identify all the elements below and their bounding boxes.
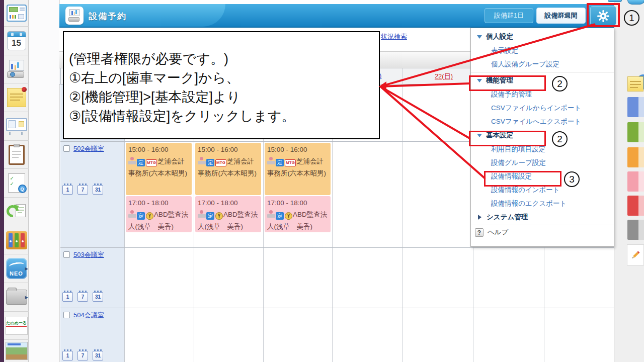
cutoff-toolbar-icon <box>627 0 644 5</box>
sidebar-item-todo-search[interactable]: ✓✓Q <box>4 169 29 198</box>
neo-logo-icon: NEO <box>6 258 27 279</box>
header-tab <box>59 4 225 27</box>
calendar-day-icon[interactable]: 1 <box>62 351 73 360</box>
sidebar-item-portal[interactable] <box>4 0 29 27</box>
availability-search-link[interactable]: 状況検索 <box>381 32 407 41</box>
reservation-event[interactable]: 17:00 - 18:00 定¥ABD監査法人(浅草 美香) <box>195 196 261 232</box>
instruction-line: (管理者権限が必要です。) <box>69 49 374 68</box>
facility-group-week-button[interactable]: 設備群週間 <box>536 8 586 24</box>
room-link-503[interactable]: 503会議室 <box>73 250 104 259</box>
menu-item-csv-export[interactable]: CSVファイルへエクスポート <box>471 115 614 128</box>
instruction-line: ③[設備情報設定]をクリックします。 <box>69 107 374 126</box>
facility-group-day-button[interactable]: 設備群1日 <box>485 8 533 23</box>
menu-item-help[interactable]: ? ヘルプ <box>471 225 614 239</box>
calendar-week-icon[interactable]: 7 <box>77 292 88 302</box>
sidebar-item-tanomail-banner[interactable]: たのめーる <box>4 312 29 340</box>
help-icon: ? <box>475 228 484 237</box>
facility-app-icon <box>65 7 84 25</box>
room-checkbox[interactable] <box>63 312 70 318</box>
pencil-edit-icon[interactable] <box>627 245 643 265</box>
note-shortcut-icon[interactable] <box>627 74 644 94</box>
date-sunday-link[interactable]: 22(日) <box>435 72 453 81</box>
color-swatch-gray-icon[interactable] <box>627 220 644 240</box>
tanomail-banner-icon: たのめーる <box>6 317 28 335</box>
recurring-badge: 定 <box>206 159 214 166</box>
color-swatch-green-icon[interactable] <box>627 122 644 142</box>
color-swatch-orange-icon[interactable] <box>627 147 644 167</box>
reservation-event[interactable]: 15:00 - 16:00 定MTG芝浦会計事務所(六本木昭男) <box>265 143 331 195</box>
paid-facility-icon: ¥ <box>146 212 153 220</box>
user-icon <box>267 157 275 164</box>
menu-section-personal-settings[interactable]: 個人設定 <box>471 30 614 44</box>
menu-item-display-settings[interactable]: 表示設定 <box>471 44 614 57</box>
todo-search-icon: ✓✓Q <box>8 173 25 193</box>
sidebar-item-circulation[interactable] <box>4 141 29 169</box>
recurring-badge: 定 <box>137 212 145 220</box>
user-icon <box>267 210 275 218</box>
cutoff-toolbar-icon <box>608 0 622 2</box>
sidebar-item-bulletin-board[interactable] <box>4 112 29 141</box>
room-checkbox[interactable] <box>63 145 70 152</box>
room-cell-502: 502会議室 1 7 31 <box>60 142 124 247</box>
expand-arrow-icon[interactable]: ▶ <box>25 295 28 300</box>
reservation-event[interactable]: 17:00 - 18:00 定¥ABD監査法人(浅草 美香) <box>126 196 192 232</box>
menu-section-system-management[interactable]: システム管理 <box>471 210 614 224</box>
meeting-badge: MTG <box>146 159 157 166</box>
meeting-badge: MTG <box>215 159 226 166</box>
color-swatch-blue-icon[interactable] <box>627 97 644 117</box>
menu-item-personal-facility-group[interactable]: 個人設備グループ設定 <box>471 57 614 71</box>
sidebar-item-ad-banner[interactable] <box>4 340 29 362</box>
bulletin-board-icon <box>6 117 27 135</box>
photo-banner-icon <box>6 342 28 360</box>
room-link-502[interactable]: 502会議室 <box>73 144 104 153</box>
room-link-504[interactable]: 504会議室 <box>73 311 104 320</box>
recurring-badge: 定 <box>137 159 145 166</box>
schedule-icon: 15 <box>7 31 26 50</box>
portal-icon <box>7 5 27 22</box>
app-sidebar: 15 ✓✓Q NEO ▶ ▶ <box>0 0 29 362</box>
sidebar-item-memo[interactable] <box>4 83 29 112</box>
facility-reservation-icon <box>6 60 27 79</box>
highlight-box-facility-info <box>484 171 561 187</box>
room-cell-503: 503会議室 1 7 31 <box>60 248 124 308</box>
sidebar-item-workflow[interactable] <box>4 198 29 226</box>
user-icon <box>198 210 206 218</box>
calendar-week-icon[interactable]: 7 <box>77 185 88 195</box>
facility-reservation-screen: 15 ✓✓Q NEO ▶ ▶ <box>0 0 644 362</box>
calendar-month-icon[interactable]: 31 <box>93 185 103 195</box>
reservation-event[interactable]: 15:00 - 16:00 定MTG芝浦会計事務所(六本木昭男) <box>126 143 192 195</box>
sidebar-item-schedule[interactable]: 15 <box>4 27 29 55</box>
calendar-day-icon[interactable]: 1 <box>62 185 73 195</box>
sidebar-item-cabinet[interactable]: ▶ <box>4 283 29 312</box>
sidebar-item-neo[interactable]: NEO ▶ <box>4 254 29 283</box>
color-swatch-red-icon[interactable] <box>627 196 644 216</box>
calendar-month-icon[interactable]: 31 <box>93 351 103 360</box>
binders-icon <box>6 231 27 249</box>
calendar-week-icon[interactable]: 7 <box>77 351 88 360</box>
reservation-event[interactable]: 17:00 - 18:00 定¥ABD監査法人(浅草 美香) <box>265 196 331 232</box>
color-swatch-pink-icon[interactable] <box>627 171 644 192</box>
clipboard-icon <box>9 145 25 165</box>
calendar-day-icon[interactable]: 1 <box>62 292 73 302</box>
reservation-event[interactable]: 15:00 - 16:00 定MTG芝浦会計事務所(六本木昭男) <box>195 143 261 195</box>
menu-divider <box>471 72 614 72</box>
expand-arrow-icon[interactable]: ▶ <box>25 266 28 271</box>
recurring-badge: 定 <box>206 212 214 220</box>
chevron-right-icon <box>478 215 481 220</box>
recurring-badge: 定 <box>276 159 284 166</box>
menu-item-csv-import[interactable]: CSVファイルからインポート <box>471 101 614 115</box>
menu-item-facility-group-settings[interactable]: 設備グループ設定 <box>471 156 614 169</box>
step-marker-1: 1 <box>624 10 639 26</box>
sidebar-item-document-management[interactable] <box>4 226 29 254</box>
highlight-box-function-mgmt <box>469 75 546 91</box>
highlight-box-basic-settings <box>469 131 546 146</box>
schedule-cells-503[interactable] <box>124 248 614 308</box>
schedule-cells-504[interactable] <box>124 308 614 362</box>
room-cell-504: 504会議室 1 7 31 <box>60 308 124 362</box>
sidebar-item-facility-reservation[interactable] <box>4 55 29 83</box>
chevron-down-icon <box>477 35 482 39</box>
room-checkbox[interactable] <box>63 251 70 258</box>
menu-item-facility-info-export[interactable]: 設備情報のエクスポート <box>471 197 614 210</box>
calendar-month-icon[interactable]: 31 <box>93 292 103 302</box>
step-marker-3: 3 <box>564 171 580 187</box>
